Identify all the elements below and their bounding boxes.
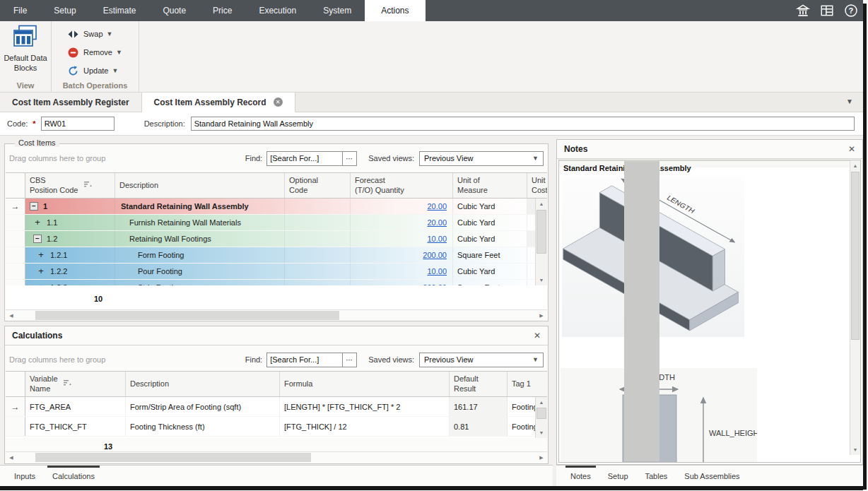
column-header[interactable]: CBS Position Code (25, 173, 115, 198)
cbs-code: 1 (43, 202, 47, 211)
table-row[interactable]: →FTG_AREAForm/Strip Area of Footing (sqf… (6, 397, 547, 417)
default-data-blocks-button[interactable]: Default Data Blocks (3, 25, 48, 78)
column-header-label: Unit Cost (532, 176, 547, 196)
column-header[interactable]: Tag 1 (508, 372, 547, 396)
length-dimension-label: LENGTH (665, 194, 696, 215)
column-header[interactable]: Optional Code (285, 173, 351, 198)
column-header-label: CBS Position Code (30, 176, 78, 196)
scrollbar-thumb[interactable] (624, 161, 659, 461)
menu-quote[interactable]: Quote (149, 0, 199, 21)
scrollbar-thumb[interactable] (35, 453, 311, 462)
scrollbar-thumb[interactable] (851, 172, 860, 340)
column-header[interactable]: Formula (280, 372, 450, 396)
help-icon[interactable]: ? (843, 3, 859, 18)
scroll-up-icon[interactable]: ▲ (850, 160, 860, 171)
table-row[interactable]: +1.2.2Pour Footing10.00Cubic Yard (6, 264, 547, 280)
tab-cost-item-assembly-register[interactable]: Cost Item Assembly Register (0, 93, 142, 112)
search-input[interactable] (267, 353, 342, 367)
column-header[interactable]: Description (115, 173, 285, 198)
quantity-link[interactable]: 20.00 (427, 202, 447, 211)
scrollbar-thumb[interactable] (536, 210, 546, 254)
menu-system[interactable]: System (310, 0, 365, 21)
scroll-left-icon[interactable]: ◀ (6, 452, 17, 463)
menu-file[interactable]: File (0, 0, 40, 21)
scroll-right-icon[interactable]: ▶ (536, 452, 547, 463)
table-row[interactable]: +1.1Furnish Retaining Wall Materials20.0… (6, 215, 547, 231)
column-header[interactable]: Default Result (450, 372, 508, 396)
code-input[interactable] (41, 117, 115, 131)
collapse-icon[interactable]: − (30, 202, 38, 211)
quantity-link[interactable]: 10.00 (427, 267, 447, 276)
swap-button[interactable]: Swap ▼ (52, 25, 139, 43)
tab-setup[interactable]: Setup (599, 466, 637, 486)
menu-tab-actions[interactable]: Actions (365, 0, 425, 21)
search-options-button[interactable]: ⋯ (342, 152, 356, 165)
expand-icon[interactable]: + (37, 283, 45, 285)
scroll-left-icon[interactable]: ◀ (6, 310, 17, 321)
expand-icon[interactable]: + (33, 218, 42, 227)
calculations-vertical-scrollbar[interactable]: ▲ ▼ (535, 397, 547, 438)
formula-cell: [FTG_THICK] / 12 (280, 417, 450, 436)
layout-grid-icon[interactable] (819, 3, 835, 18)
column-header-label: Forecast (T/O) Quantity (355, 176, 404, 196)
description-input[interactable] (191, 117, 855, 131)
column-header[interactable]: Description (126, 372, 280, 396)
tab-close-icon[interactable]: ✕ (274, 97, 283, 107)
menu-estimate[interactable]: Estimate (90, 0, 150, 21)
scroll-down-icon[interactable]: ▼ (536, 275, 547, 285)
menu-setup[interactable]: Setup (40, 0, 89, 21)
column-header[interactable]: Unit Cost (527, 173, 547, 198)
column-header[interactable]: Unit of Measure (453, 173, 527, 198)
document-tabstrip: Cost Item Assembly Register Cost Item As… (0, 93, 863, 112)
scroll-down-icon[interactable]: ▼ (850, 444, 860, 455)
cost-items-vertical-scrollbar[interactable]: ▲ ▼ (535, 199, 547, 285)
menu-execution[interactable]: Execution (245, 0, 310, 21)
quantity-link[interactable]: 200.00 (423, 283, 447, 285)
tab-inputs[interactable]: Inputs (6, 466, 44, 486)
unit-of-measure-cell: Cubic Yard (453, 215, 527, 230)
scroll-right-icon[interactable]: ▶ (536, 310, 547, 321)
tab-cost-item-assembly-record[interactable]: Cost Item Assembly Record ✕ (142, 93, 295, 112)
column-header-label: Description (130, 379, 169, 389)
table-row[interactable]: +1.2.3Strip Footing200.00Square Feet (6, 280, 547, 285)
table-row[interactable]: FTG_THICK_FTFooting Thickness (ft)[FTG_T… (6, 417, 547, 437)
table-row[interactable]: +1.2.1Form Footing200.00Square Feet (6, 247, 547, 264)
tabstrip-chevron-down-icon[interactable]: ▼ (846, 97, 853, 105)
sort-icon (84, 181, 92, 188)
chevron-down-icon: ▼ (112, 67, 118, 74)
scroll-down-icon[interactable]: ▼ (536, 427, 547, 438)
scroll-up-icon[interactable]: ▲ (536, 397, 547, 408)
table-row[interactable]: −1.2Retaining Wall Footings10.00Cubic Ya… (6, 231, 547, 247)
menu-price[interactable]: Price (199, 0, 245, 21)
search-input[interactable] (267, 152, 342, 165)
calculations-horizontal-scrollbar[interactable]: ◀ ▶ (6, 451, 547, 463)
cbs-code: 1.2 (47, 235, 57, 243)
content-area: Cost Items Drag columns here to group Fi… (0, 136, 863, 486)
quantity-link[interactable]: 20.00 (427, 218, 447, 227)
expand-icon[interactable]: + (37, 251, 45, 259)
close-icon[interactable]: ✕ (848, 144, 855, 154)
column-header[interactable]: Forecast (T/O) Quantity (351, 173, 453, 198)
bank-icon[interactable] (795, 3, 811, 18)
tab-notes[interactable]: Notes (562, 466, 599, 486)
tab-tables[interactable]: Tables (637, 466, 676, 486)
saved-views-dropdown[interactable]: Previous View ▼ (419, 353, 544, 367)
quantity-link[interactable]: 200.00 (423, 251, 447, 259)
scrollbar-thumb[interactable] (536, 408, 546, 419)
notes-vertical-scrollbar[interactable]: ▲ ▼ (850, 160, 860, 455)
collapse-icon[interactable]: − (33, 235, 42, 243)
search-options-button[interactable]: ⋯ (342, 353, 356, 367)
update-button[interactable]: Update ▼ (52, 61, 139, 80)
expand-icon[interactable]: + (37, 267, 45, 276)
remove-button[interactable]: Remove ▼ (52, 43, 139, 61)
table-row[interactable]: →−1Standard Retaining Wall Assembly20.00… (6, 199, 547, 215)
cost-items-horizontal-scrollbar[interactable]: ◀ ▶ (6, 309, 547, 321)
quantity-link[interactable]: 10.00 (427, 235, 447, 243)
saved-views-dropdown[interactable]: Previous View ▼ (419, 151, 544, 166)
close-icon[interactable]: ✕ (534, 331, 541, 341)
scrollbar-thumb[interactable] (35, 311, 339, 320)
tab-sub-assemblies[interactable]: Sub Assemblies (676, 466, 748, 486)
column-header[interactable]: Variable Name (25, 372, 126, 396)
tab-calculations[interactable]: Calculations (44, 466, 103, 486)
scroll-up-icon[interactable]: ▲ (536, 199, 547, 209)
